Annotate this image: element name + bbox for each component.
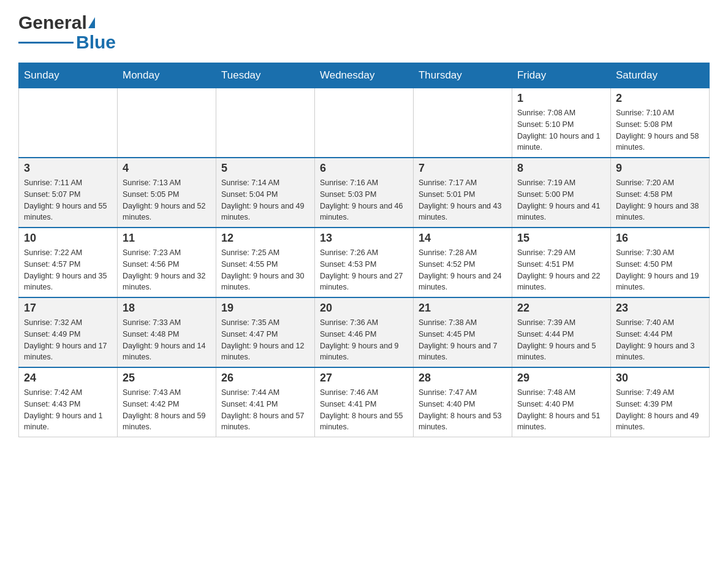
- day-number: 24: [24, 372, 112, 385]
- calendar-cell: 15Sunrise: 7:29 AMSunset: 4:51 PMDayligh…: [512, 228, 610, 297]
- day-number: 29: [517, 372, 605, 385]
- day-number: 16: [616, 232, 704, 245]
- day-info: Sunrise: 7:30 AMSunset: 4:50 PMDaylight:…: [616, 247, 704, 293]
- day-info: Sunrise: 7:49 AMSunset: 4:39 PMDaylight:…: [616, 387, 704, 433]
- day-number: 30: [616, 372, 704, 385]
- calendar-cell: 20Sunrise: 7:36 AMSunset: 4:46 PMDayligh…: [314, 297, 413, 367]
- day-info: Sunrise: 7:40 AMSunset: 4:44 PMDaylight:…: [616, 317, 704, 363]
- column-header-thursday: Thursday: [413, 63, 512, 88]
- day-number: 21: [419, 302, 507, 315]
- day-info: Sunrise: 7:47 AMSunset: 4:40 PMDaylight:…: [419, 387, 507, 433]
- day-info: Sunrise: 7:38 AMSunset: 4:45 PMDaylight:…: [419, 317, 507, 363]
- day-number: 6: [320, 162, 408, 175]
- calendar-cell: 24Sunrise: 7:42 AMSunset: 4:43 PMDayligh…: [19, 367, 118, 437]
- logo-general: General: [18, 12, 87, 33]
- day-info: Sunrise: 7:39 AMSunset: 4:44 PMDaylight:…: [517, 317, 605, 363]
- logo-blue: Blue: [76, 32, 116, 53]
- calendar-cell: 19Sunrise: 7:35 AMSunset: 4:47 PMDayligh…: [216, 297, 314, 367]
- day-number: 22: [517, 302, 605, 315]
- day-info: Sunrise: 7:10 AMSunset: 5:08 PMDaylight:…: [616, 107, 704, 153]
- calendar-cell: 1Sunrise: 7:08 AMSunset: 5:10 PMDaylight…: [512, 88, 610, 158]
- calendar-cell: 25Sunrise: 7:43 AMSunset: 4:42 PMDayligh…: [117, 367, 216, 437]
- day-number: 9: [616, 162, 704, 175]
- calendar-cell: 23Sunrise: 7:40 AMSunset: 4:44 PMDayligh…: [610, 297, 709, 367]
- day-number: 3: [24, 162, 112, 175]
- calendar-cell: 6Sunrise: 7:16 AMSunset: 5:03 PMDaylight…: [314, 158, 413, 228]
- day-number: 12: [221, 232, 309, 245]
- day-number: 20: [320, 302, 408, 315]
- day-number: 14: [419, 232, 507, 245]
- calendar-cell: [216, 88, 314, 158]
- calendar-cell: 26Sunrise: 7:44 AMSunset: 4:41 PMDayligh…: [216, 367, 314, 437]
- day-number: 23: [616, 302, 704, 315]
- calendar-cell: 2Sunrise: 7:10 AMSunset: 5:08 PMDaylight…: [610, 88, 709, 158]
- calendar-cell: 27Sunrise: 7:46 AMSunset: 4:41 PMDayligh…: [314, 367, 413, 437]
- day-number: 2: [616, 92, 704, 105]
- calendar-cell: 7Sunrise: 7:17 AMSunset: 5:01 PMDaylight…: [413, 158, 512, 228]
- day-info: Sunrise: 7:19 AMSunset: 5:00 PMDaylight:…: [517, 177, 605, 223]
- calendar-cell: 17Sunrise: 7:32 AMSunset: 4:49 PMDayligh…: [19, 297, 118, 367]
- calendar-header-row: SundayMondayTuesdayWednesdayThursdayFrid…: [19, 63, 710, 88]
- calendar-cell: 30Sunrise: 7:49 AMSunset: 4:39 PMDayligh…: [610, 367, 709, 437]
- day-info: Sunrise: 7:26 AMSunset: 4:53 PMDaylight:…: [320, 247, 408, 293]
- calendar-cell: 21Sunrise: 7:38 AMSunset: 4:45 PMDayligh…: [413, 297, 512, 367]
- column-header-wednesday: Wednesday: [314, 63, 413, 88]
- column-header-tuesday: Tuesday: [216, 63, 314, 88]
- logo-underline: [18, 42, 74, 44]
- day-info: Sunrise: 7:33 AMSunset: 4:48 PMDaylight:…: [123, 317, 211, 363]
- calendar-cell: 9Sunrise: 7:20 AMSunset: 4:58 PMDaylight…: [610, 158, 709, 228]
- page-header: General Blue: [18, 12, 710, 53]
- column-header-friday: Friday: [512, 63, 610, 88]
- calendar-cell: 14Sunrise: 7:28 AMSunset: 4:52 PMDayligh…: [413, 228, 512, 297]
- day-info: Sunrise: 7:14 AMSunset: 5:04 PMDaylight:…: [221, 177, 309, 223]
- calendar-cell: 13Sunrise: 7:26 AMSunset: 4:53 PMDayligh…: [314, 228, 413, 297]
- day-number: 27: [320, 372, 408, 385]
- day-number: 25: [123, 372, 211, 385]
- calendar-week-row: 10Sunrise: 7:22 AMSunset: 4:57 PMDayligh…: [19, 228, 710, 297]
- day-info: Sunrise: 7:22 AMSunset: 4:57 PMDaylight:…: [24, 247, 112, 293]
- calendar-cell: 18Sunrise: 7:33 AMSunset: 4:48 PMDayligh…: [117, 297, 216, 367]
- day-info: Sunrise: 7:28 AMSunset: 4:52 PMDaylight:…: [419, 247, 507, 293]
- calendar-cell: 22Sunrise: 7:39 AMSunset: 4:44 PMDayligh…: [512, 297, 610, 367]
- calendar-cell: 3Sunrise: 7:11 AMSunset: 5:07 PMDaylight…: [19, 158, 118, 228]
- day-number: 26: [221, 372, 309, 385]
- calendar-cell: 5Sunrise: 7:14 AMSunset: 5:04 PMDaylight…: [216, 158, 314, 228]
- calendar-week-row: 3Sunrise: 7:11 AMSunset: 5:07 PMDaylight…: [19, 158, 710, 228]
- calendar-cell: [413, 88, 512, 158]
- day-info: Sunrise: 7:20 AMSunset: 4:58 PMDaylight:…: [616, 177, 704, 223]
- calendar-week-row: 24Sunrise: 7:42 AMSunset: 4:43 PMDayligh…: [19, 367, 710, 437]
- calendar-cell: 16Sunrise: 7:30 AMSunset: 4:50 PMDayligh…: [610, 228, 709, 297]
- day-number: 28: [419, 372, 507, 385]
- day-number: 5: [221, 162, 309, 175]
- day-info: Sunrise: 7:32 AMSunset: 4:49 PMDaylight:…: [24, 317, 112, 363]
- column-header-saturday: Saturday: [610, 63, 709, 88]
- day-number: 7: [419, 162, 507, 175]
- day-info: Sunrise: 7:16 AMSunset: 5:03 PMDaylight:…: [320, 177, 408, 223]
- calendar-cell: [19, 88, 118, 158]
- column-header-monday: Monday: [117, 63, 216, 88]
- calendar-week-row: 17Sunrise: 7:32 AMSunset: 4:49 PMDayligh…: [19, 297, 710, 367]
- calendar-cell: [117, 88, 216, 158]
- column-header-sunday: Sunday: [19, 63, 118, 88]
- calendar-cell: 10Sunrise: 7:22 AMSunset: 4:57 PMDayligh…: [19, 228, 118, 297]
- day-number: 4: [123, 162, 211, 175]
- day-number: 18: [123, 302, 211, 315]
- day-number: 10: [24, 232, 112, 245]
- calendar-cell: 28Sunrise: 7:47 AMSunset: 4:40 PMDayligh…: [413, 367, 512, 437]
- calendar-week-row: 1Sunrise: 7:08 AMSunset: 5:10 PMDaylight…: [19, 88, 710, 158]
- day-number: 13: [320, 232, 408, 245]
- calendar-cell: 8Sunrise: 7:19 AMSunset: 5:00 PMDaylight…: [512, 158, 610, 228]
- day-number: 11: [123, 232, 211, 245]
- day-info: Sunrise: 7:43 AMSunset: 4:42 PMDaylight:…: [123, 387, 211, 433]
- day-number: 19: [221, 302, 309, 315]
- day-number: 17: [24, 302, 112, 315]
- logo-triangle: [88, 17, 95, 28]
- day-info: Sunrise: 7:36 AMSunset: 4:46 PMDaylight:…: [320, 317, 408, 363]
- day-number: 15: [517, 232, 605, 245]
- day-info: Sunrise: 7:44 AMSunset: 4:41 PMDaylight:…: [221, 387, 309, 433]
- day-info: Sunrise: 7:08 AMSunset: 5:10 PMDaylight:…: [517, 107, 605, 153]
- day-number: 8: [517, 162, 605, 175]
- day-info: Sunrise: 7:29 AMSunset: 4:51 PMDaylight:…: [517, 247, 605, 293]
- day-info: Sunrise: 7:11 AMSunset: 5:07 PMDaylight:…: [24, 177, 112, 223]
- day-info: Sunrise: 7:23 AMSunset: 4:56 PMDaylight:…: [123, 247, 211, 293]
